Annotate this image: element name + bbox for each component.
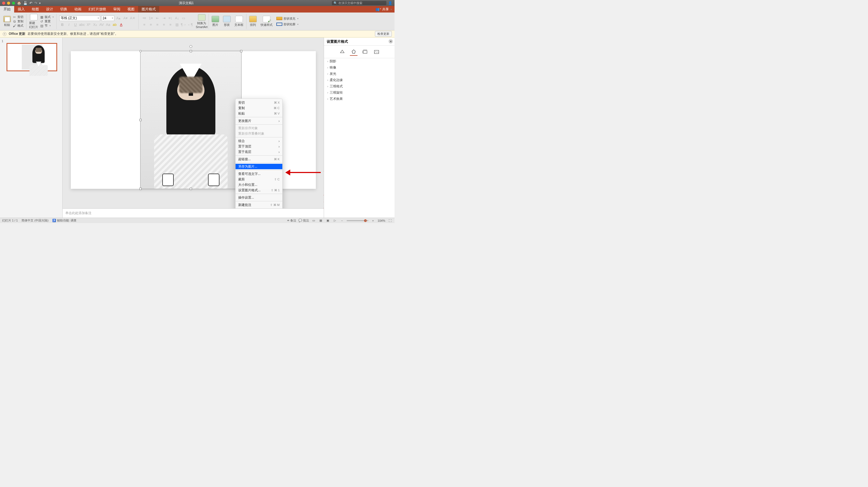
ctx-alt-text[interactable]: 查看可选文字... xyxy=(236,171,282,176)
resize-handle[interactable] xyxy=(140,119,142,121)
sorter-view-icon[interactable]: ▦ xyxy=(318,219,323,223)
tab-slideshow[interactable]: 幻灯片放映 xyxy=(85,6,110,12)
customize-qat-icon[interactable]: ▾ xyxy=(39,2,40,5)
textbox-button[interactable]: 文本框 xyxy=(235,16,243,27)
slider-thumb[interactable] xyxy=(364,219,367,222)
fp-shadow[interactable]: ›阴影 xyxy=(324,58,395,64)
fp-reflection[interactable]: ›映像 xyxy=(324,64,395,71)
ctx-format-picture[interactable]: 设置图片格式...⇧ ⌘ 1 xyxy=(236,188,282,193)
ctx-send-back[interactable]: 置于底层› xyxy=(236,149,282,155)
ctx-group[interactable]: 组合› xyxy=(236,138,282,144)
format-painter-button[interactable]: 🖌格式 xyxy=(12,24,23,28)
close-icon[interactable]: ✕ xyxy=(3,32,6,36)
resize-handle[interactable] xyxy=(140,50,142,52)
bold-button[interactable]: B xyxy=(59,22,65,28)
increase-font-icon[interactable]: A▴ xyxy=(116,15,121,21)
tab-review[interactable]: 审阅 xyxy=(110,6,124,12)
status-a11y[interactable]: ♿ 辅助功能: 调查 xyxy=(52,219,76,223)
indent-inc-button[interactable]: ⇥ xyxy=(161,15,167,21)
copy-button[interactable]: ⧉复制 xyxy=(12,19,23,23)
ctx-change-picture[interactable]: 更改图片› xyxy=(236,118,282,124)
resize-handle[interactable] xyxy=(190,50,192,52)
indent-dec-button[interactable]: ⇤ xyxy=(154,15,160,21)
ctx-action-settings[interactable]: 操作设置... xyxy=(236,195,282,200)
tab-home[interactable]: 开始 xyxy=(0,6,14,12)
ctx-cut[interactable]: 剪切⌘ X xyxy=(236,100,282,105)
change-case-button[interactable]: Aa xyxy=(105,22,111,28)
close-icon[interactable]: ✕ xyxy=(389,39,393,43)
tab-animations[interactable]: 动画 xyxy=(71,6,85,12)
fp-glow[interactable]: ›发光 xyxy=(324,71,395,77)
reading-view-icon[interactable]: ▣ xyxy=(326,219,330,223)
check-update-button[interactable]: 检查更新 xyxy=(375,31,392,37)
highlight-button[interactable]: ab xyxy=(112,22,118,28)
layout-button[interactable]: ▦版式▾ xyxy=(40,15,54,19)
fp-3d-format[interactable]: ›三维格式 xyxy=(324,83,395,90)
save-icon[interactable]: 💾 xyxy=(23,1,28,5)
zoom-in-icon[interactable]: + xyxy=(371,219,375,223)
tab-design[interactable]: 设计 xyxy=(42,6,57,12)
new-slide-button[interactable]: 新建 幻灯片 xyxy=(29,14,38,29)
window-close-icon[interactable] xyxy=(2,2,5,5)
shape-fill-button[interactable]: 形状填充▾ xyxy=(276,17,299,21)
status-language[interactable]: 简体中文 (中国大陆) xyxy=(22,219,48,223)
picture-button[interactable]: 图片 xyxy=(212,16,219,27)
char-spacing-button[interactable]: AV xyxy=(99,22,104,28)
shapes-button[interactable]: 形状 xyxy=(223,16,230,27)
line-spacing-button[interactable]: ≡↕ xyxy=(167,15,174,21)
slideshow-view-icon[interactable]: ▷ xyxy=(333,219,337,223)
user-icon[interactable]: 👤 xyxy=(388,1,392,5)
clear-format-icon[interactable]: A✕ xyxy=(130,15,135,21)
decrease-font-icon[interactable]: A▾ xyxy=(123,15,128,21)
tab-transitions[interactable]: 切换 xyxy=(57,6,71,12)
font-color-button[interactable]: A xyxy=(118,22,124,28)
window-minimize-icon[interactable] xyxy=(7,2,10,5)
resize-handle[interactable] xyxy=(190,188,192,190)
tab-view[interactable]: 视图 xyxy=(124,6,138,12)
picture-tab-icon[interactable] xyxy=(373,48,380,56)
ltr-button[interactable]: ¶→ xyxy=(181,22,187,28)
distributed-button[interactable]: ≡ xyxy=(167,22,174,28)
ctx-copy[interactable]: 复制⌘ C xyxy=(236,105,282,111)
subscript-button[interactable]: X₂ xyxy=(92,22,98,28)
superscript-button[interactable]: X² xyxy=(86,22,91,28)
ctx-new-comment[interactable]: 新建批注⇧ ⌘ M xyxy=(236,202,282,207)
ctx-save-as-picture[interactable]: 另存为图片... xyxy=(236,164,282,169)
numbering-button[interactable]: 1≡ xyxy=(148,15,154,21)
tab-insert[interactable]: 插入 xyxy=(14,6,28,12)
zoom-slider[interactable] xyxy=(347,220,368,221)
align-center-button[interactable]: ≡ xyxy=(148,22,154,28)
paste-button[interactable]: 粘贴 xyxy=(3,16,11,27)
fill-tab-icon[interactable] xyxy=(338,48,346,56)
font-name-input[interactable]: 等线 (正文)▾ xyxy=(59,15,100,21)
notes-input[interactable]: 单击此处添加备注 xyxy=(63,208,324,218)
cut-button[interactable]: ✂剪切 xyxy=(12,15,23,19)
reset-button[interactable]: ↺重置 xyxy=(40,19,54,23)
redo-icon[interactable]: ↷ xyxy=(34,1,37,5)
convert-smartart-button[interactable]: 转换为 SmartArt xyxy=(196,14,208,29)
align-right-button[interactable]: ≡ xyxy=(154,22,160,28)
slide-thumbnail-1[interactable] xyxy=(6,43,57,71)
window-maximize-icon[interactable] xyxy=(12,2,15,5)
justify-button[interactable]: ≡ xyxy=(161,22,167,28)
fit-window-icon[interactable]: ⛶ xyxy=(388,219,392,223)
resize-handle[interactable] xyxy=(140,188,142,190)
fp-soft-edges[interactable]: ›柔化边缘 xyxy=(324,77,395,83)
ctx-paste[interactable]: 粘贴⌘ V xyxy=(236,111,282,116)
fp-artistic[interactable]: ›艺术效果 xyxy=(324,96,395,102)
shape-outline-button[interactable]: 形状轮廓▾ xyxy=(276,22,299,26)
zoom-out-icon[interactable]: − xyxy=(340,219,344,223)
status-comments-button[interactable]: 💬 批注 xyxy=(299,219,309,223)
resize-handle[interactable] xyxy=(240,50,242,52)
align-left-button[interactable]: ≡ xyxy=(141,22,147,28)
undo-icon[interactable]: ↶ xyxy=(29,1,32,5)
strike-button[interactable]: abc xyxy=(79,22,85,28)
search-input[interactable]: 🔍 在演示文稿中搜索 xyxy=(332,1,386,5)
quick-styles-button[interactable]: 🖌 快速样式 xyxy=(260,16,273,27)
ctx-size-position[interactable]: 大小和位置... xyxy=(236,182,282,188)
fp-3d-rotation[interactable]: ›三维旋转 xyxy=(324,90,395,96)
home-icon[interactable]: 🏠 xyxy=(17,1,21,5)
slide-canvas[interactable]: 剪切⌘ X 复制⌘ C 粘贴⌘ V 更改图片› 重新排序对象 重新排序重叠对象 … xyxy=(63,37,324,208)
underline-button[interactable]: U xyxy=(72,22,79,28)
ctx-hyperlink[interactable]: 超链接...⌘ K xyxy=(236,156,282,162)
